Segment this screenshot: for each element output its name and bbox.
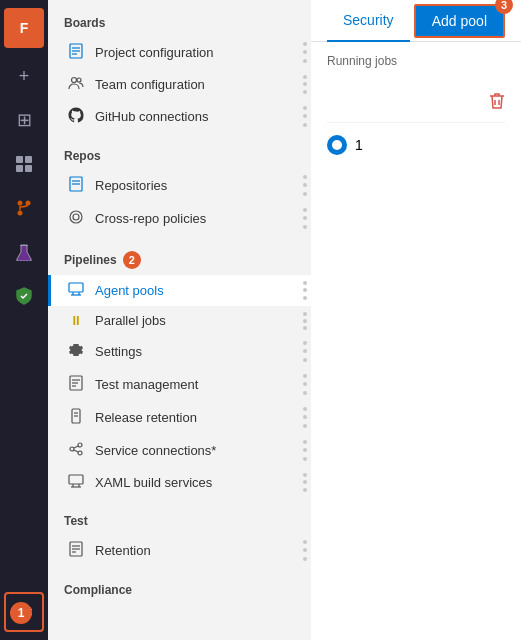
dots-agent-pools	[299, 275, 311, 306]
svg-rect-2	[16, 165, 23, 172]
cross-repo-label: Cross-repo policies	[95, 211, 206, 226]
svg-line-35	[74, 450, 78, 452]
agent-pools-label: Agent pools	[95, 283, 164, 298]
content-body: Running jobs 1	[311, 42, 521, 640]
dots-team-config	[299, 69, 311, 100]
svg-rect-0	[16, 156, 23, 163]
step2-badge: 2	[123, 251, 141, 269]
svg-rect-36	[69, 475, 83, 484]
svg-rect-3	[25, 165, 32, 172]
nav-item-release-retention[interactable]: Release retention	[48, 401, 311, 434]
repositories-icon	[67, 176, 85, 195]
parallel-jobs-label: Parallel jobs	[95, 313, 166, 328]
repositories-label: Repositories	[95, 178, 167, 193]
project-config-icon	[67, 43, 85, 62]
branch-icon[interactable]	[4, 188, 44, 228]
dots-xaml	[299, 467, 311, 498]
squares-icon[interactable]: ⊞	[4, 100, 44, 140]
nav-item-team-config[interactable]: Team configuration	[48, 69, 311, 100]
svg-rect-1	[25, 156, 32, 163]
repos-section-label: Repos	[48, 133, 311, 169]
github-icon	[67, 107, 85, 126]
add-pool-button-label: Add pool	[432, 13, 487, 29]
test-management-icon	[67, 375, 85, 394]
team-config-icon	[67, 76, 85, 93]
github-connections-label: GitHub connections	[95, 109, 208, 124]
content-tabs: Security Add pool 3	[311, 0, 521, 42]
dots-github	[299, 100, 311, 133]
nav-item-repositories[interactable]: Repositories	[48, 169, 311, 202]
xaml-build-label: XAML build services	[95, 475, 212, 490]
svg-point-18	[70, 211, 82, 223]
release-retention-label: Release retention	[95, 410, 197, 425]
dots-retention	[299, 534, 311, 567]
release-retention-icon	[67, 408, 85, 427]
flask-icon[interactable]	[4, 232, 44, 272]
running-jobs-subtitle: Running jobs	[327, 54, 505, 68]
retention-label: Retention	[95, 543, 151, 558]
tab-security[interactable]: Security	[327, 0, 410, 42]
agent-pools-icon	[67, 282, 85, 299]
parallel-jobs-icon: II	[67, 313, 85, 328]
nav-item-agent-pools[interactable]: Agent pools	[48, 275, 311, 306]
icon-bar: F + ⊞	[0, 0, 48, 640]
project-config-label: Project configuration	[95, 45, 214, 60]
test-management-label: Test management	[95, 377, 198, 392]
test-section-label: Test	[48, 498, 311, 534]
shield-icon[interactable]	[4, 276, 44, 316]
dots-release-retention	[299, 401, 311, 434]
nav-item-parallel-jobs[interactable]: II Parallel jobs	[48, 306, 311, 335]
content-action-row	[327, 84, 505, 123]
xaml-build-icon	[67, 474, 85, 491]
dots-parallel-jobs	[299, 306, 311, 335]
icon-bar-bottom: 1	[4, 592, 44, 640]
gear-icon[interactable]: 1	[4, 592, 44, 632]
nav-item-service-connections[interactable]: Service connections*	[48, 434, 311, 467]
dots-service-conn	[299, 434, 311, 467]
nav-item-test-management[interactable]: Test management	[48, 368, 311, 401]
trash-icon[interactable]	[489, 92, 505, 114]
svg-point-4	[18, 201, 23, 206]
pipelines-label: Pipelines	[64, 253, 117, 267]
svg-point-19	[73, 214, 79, 220]
service-connections-label: Service connections*	[95, 443, 216, 458]
step1-badge: 1	[10, 602, 32, 624]
dots-cross-repo	[299, 202, 311, 235]
svg-point-31	[70, 447, 74, 451]
pipelines-section-label: Pipelines 2	[48, 235, 311, 275]
avatar-button[interactable]: F	[4, 8, 44, 48]
count-circle	[327, 135, 347, 155]
count-value: 1	[355, 137, 363, 153]
svg-point-32	[78, 443, 82, 447]
svg-point-33	[78, 451, 82, 455]
settings-label: Settings	[95, 344, 142, 359]
retention-icon	[67, 541, 85, 560]
nav-item-github[interactable]: GitHub connections	[48, 100, 311, 133]
icon-bar-top: F + ⊞	[4, 8, 44, 592]
dots-settings	[299, 335, 311, 368]
dots-project-config	[299, 36, 311, 69]
nav-item-xaml-build[interactable]: XAML build services	[48, 467, 311, 498]
grid-icon[interactable]	[4, 144, 44, 184]
nav-item-project-config[interactable]: Project configuration	[48, 36, 311, 69]
boards-section-label: Boards	[48, 0, 311, 36]
nav-item-settings[interactable]: Settings	[48, 335, 311, 368]
svg-point-6	[18, 211, 23, 216]
nav-panel: Boards Project configuration Team config…	[48, 0, 311, 640]
svg-point-5	[26, 201, 31, 206]
dots-test-mgmt	[299, 368, 311, 401]
nav-item-retention[interactable]: Retention	[48, 534, 311, 567]
content-count-row: 1	[327, 123, 505, 167]
nav-item-cross-repo[interactable]: Cross-repo policies	[48, 202, 311, 235]
step3-badge: 3	[495, 0, 513, 14]
svg-point-13	[72, 78, 77, 83]
svg-rect-8	[20, 245, 28, 246]
svg-rect-20	[69, 283, 83, 292]
add-pool-button[interactable]: Add pool 3	[414, 4, 505, 38]
plus-icon[interactable]: +	[4, 56, 44, 96]
content-panel: Security Add pool 3 Running jobs 1	[311, 0, 521, 640]
service-connections-icon	[67, 441, 85, 460]
svg-point-14	[77, 78, 81, 82]
svg-line-34	[74, 446, 78, 448]
settings-icon	[67, 342, 85, 361]
